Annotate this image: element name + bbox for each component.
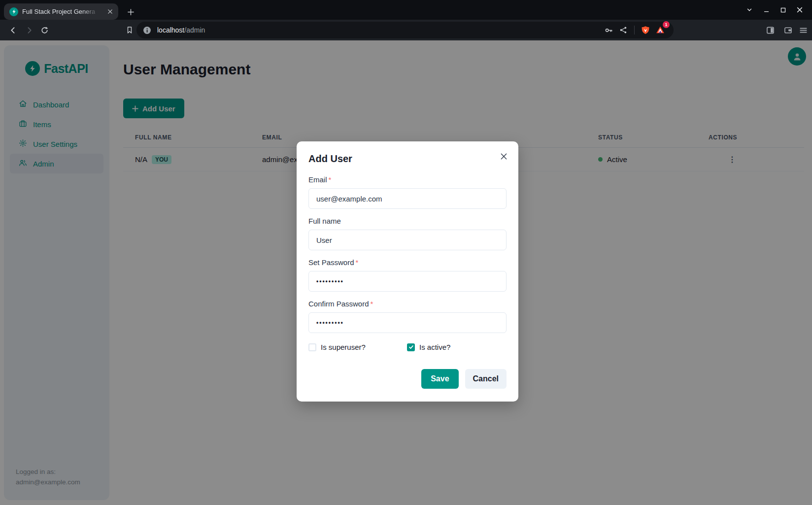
set-password-field[interactable]: [308, 271, 507, 292]
cancel-button[interactable]: Cancel: [465, 369, 507, 389]
url-host: localhost: [157, 26, 184, 34]
email-label: Email*: [308, 175, 507, 184]
menu-hamburger-icon[interactable]: [795, 20, 811, 40]
is-active-label: Is active?: [419, 343, 450, 351]
browser-tab[interactable]: Full Stack Project Genera: [4, 3, 118, 20]
brave-shields-icon[interactable]: [638, 23, 653, 37]
save-button[interactable]: Save: [421, 369, 458, 389]
set-password-label: Set Password*: [308, 258, 507, 267]
url-path: /admin: [184, 26, 205, 34]
window-minimize-button[interactable]: [758, 0, 775, 20]
rewards-notification-badge: 1: [663, 21, 670, 28]
email-field[interactable]: [308, 188, 507, 209]
url-bar[interactable]: localhost/admin: [136, 22, 674, 38]
confirm-password-label-text: Confirm Password: [308, 300, 369, 308]
page-content: FastAPI Dashboard Items: [0, 40, 812, 505]
back-button[interactable]: [5, 20, 21, 40]
tab-close-icon[interactable]: [105, 7, 114, 16]
new-tab-button[interactable]: [124, 5, 137, 18]
checkbox-row: Is superuser? Is active?: [308, 343, 507, 351]
tab-search-chevron-icon[interactable]: [741, 0, 758, 20]
site-info-icon[interactable]: [140, 24, 153, 36]
forward-button[interactable]: [21, 20, 37, 40]
wallet-icon[interactable]: [780, 20, 796, 40]
is-superuser-label: Is superuser?: [321, 343, 366, 351]
email-field-group: Email*: [308, 175, 507, 209]
is-active-checkbox[interactable]: Is active?: [407, 343, 506, 351]
required-asterisk: *: [371, 300, 373, 308]
modal-close-icon[interactable]: [497, 149, 510, 163]
required-asterisk: *: [356, 258, 359, 267]
brave-rewards-icon[interactable]: 1: [653, 23, 668, 37]
confirm-password-label: Confirm Password*: [308, 300, 507, 308]
full-name-label-text: Full name: [308, 217, 341, 225]
full-name-label: Full name: [308, 217, 507, 225]
confirm-password-field[interactable]: [308, 312, 507, 333]
bookmark-icon[interactable]: [122, 20, 137, 40]
sidebar-panel-icon[interactable]: [762, 20, 778, 40]
set-password-label-text: Set Password: [308, 258, 354, 267]
checkbox-checked-icon[interactable]: [407, 343, 415, 351]
fastapi-favicon-icon: [9, 7, 18, 16]
add-user-modal: Add User Email* Full name Set Password* …: [297, 141, 518, 402]
window-maximize-button[interactable]: [775, 0, 791, 20]
toolbar-divider: [634, 26, 635, 34]
full-name-field-group: Full name: [308, 217, 507, 250]
window-controls: [741, 0, 808, 20]
saved-passwords-key-icon[interactable]: [601, 23, 616, 37]
required-asterisk: *: [329, 175, 332, 184]
browser-toolbar: localhost/admin: [0, 20, 812, 40]
confirm-password-field-group: Confirm Password*: [308, 300, 507, 333]
is-superuser-checkbox[interactable]: Is superuser?: [308, 343, 407, 351]
browser-tab-bar: Full Stack Project Genera: [0, 0, 812, 20]
checkbox-unchecked-icon[interactable]: [308, 343, 316, 351]
window-close-button[interactable]: [791, 0, 808, 20]
tab-title: Full Stack Project Genera: [22, 8, 102, 15]
share-icon[interactable]: [616, 23, 631, 37]
full-name-field[interactable]: [308, 230, 507, 250]
set-password-field-group: Set Password*: [308, 258, 507, 292]
reload-button[interactable]: [36, 20, 52, 40]
email-label-text: Email: [308, 175, 327, 184]
modal-footer: Save Cancel: [308, 369, 507, 389]
modal-title: Add User: [308, 153, 507, 165]
